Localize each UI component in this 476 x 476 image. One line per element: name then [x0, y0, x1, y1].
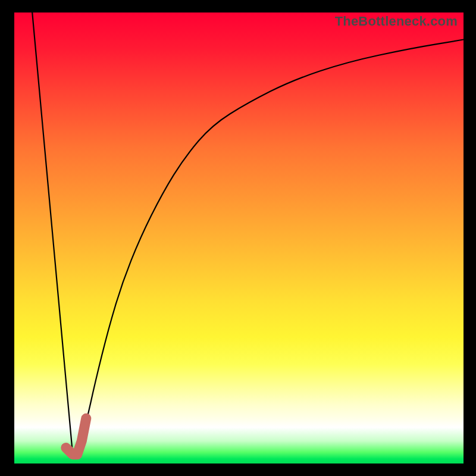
hook-highlight — [66, 418, 86, 455]
plot-area: TheBottleneck.com — [14, 12, 464, 464]
left-descend-line — [32, 12, 73, 455]
watermark-text: TheBottleneck.com — [335, 14, 458, 29]
black-curves — [32, 12, 464, 455]
right-rising-curve — [77, 40, 464, 455]
chart-frame: TheBottleneck.com — [0, 0, 476, 476]
curve-layer — [14, 12, 464, 464]
